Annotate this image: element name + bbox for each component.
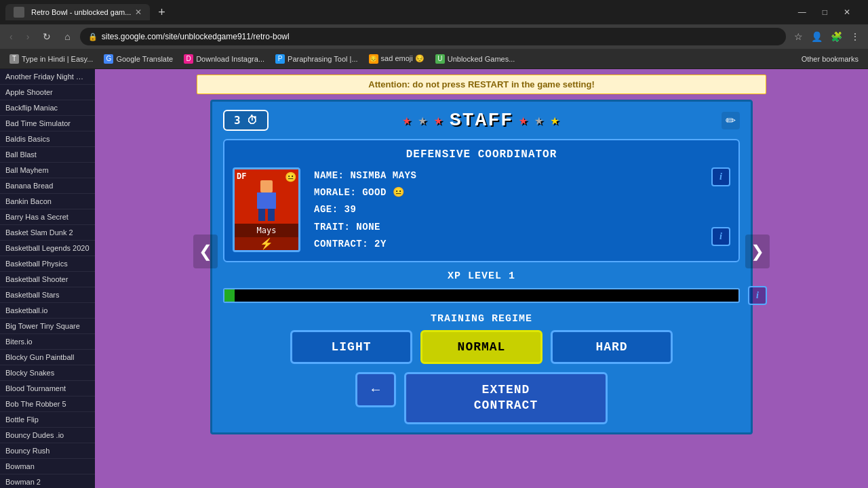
sidebar-item-basketball-legends[interactable]: Basketball Legends 2020 [0,241,95,256]
sidebar: Another Friday Night mod Apple Shooter B… [0,69,95,488]
extensions-icon[interactable]: 🧩 [828,30,845,43]
sidebar-item-bottle-flip[interactable]: Bottle Flip [0,412,95,428]
player-coin: ⚡ [235,237,298,250]
active-tab[interactable]: Retro Bowl - unblocked gam... ✕ [5,4,150,20]
xp-info-button[interactable]: i [748,286,767,305]
xp-bar-container: i [223,286,740,305]
sidebar-item-blocky-snakes[interactable]: Blocky Snakes [0,365,95,381]
position-badge: DF [237,171,246,181]
card-area: ❮ DEFENSIVE COORDINATOR DF 😐 [223,139,740,364]
tab-close-button[interactable]: ✕ [135,7,142,17]
nav-icon-group: ☆ 👤 🧩 ⋮ [791,30,863,43]
portrait-inner: DF 😐 [235,169,298,224]
sidebar-item-blood-tournament[interactable]: Blood Tournament [0,381,95,396]
name-value: NSIMBA MAYS [350,170,416,181]
sidebar-item-ball-blast[interactable]: Ball Blast [0,147,95,163]
bookmark-paraphrasing[interactable]: P Paraphrasing Tool |... [271,53,362,65]
training-normal-button[interactable]: NORMAL [420,330,542,364]
morale-label: MORALE: [314,187,356,198]
reload-button[interactable]: ↻ [39,30,55,43]
bookmark-label-other: Other bookmarks [802,55,859,63]
attention-text: Attention: do not press RESTART in the g… [368,79,594,89]
detail-name: NAME: NSIMBA MAYS [314,167,698,184]
nav-right-arrow[interactable]: ❯ [745,235,770,268]
trait-label: TRAIT: [314,222,350,232]
sidebar-item-basketball-physics[interactable]: Basketball Physics [0,256,95,272]
attention-bar: Attention: do not press RESTART in the g… [197,75,766,94]
sidebar-item-bob-robber[interactable]: Bob The Robber 5 [0,396,95,412]
info-button-bottom[interactable]: i [711,227,730,246]
sidebar-item-bowman-2[interactable]: Bowman 2 [0,474,95,488]
sidebar-item-ball-mayhem[interactable]: Ball Mayhem [0,163,95,178]
bookmark-label-sad-emoji: sad emoji 😔 [381,54,425,63]
back-button[interactable]: ‹ [5,30,17,43]
nav-left-arrow[interactable]: ❮ [193,235,218,268]
forward-button[interactable]: › [22,30,34,43]
detail-morale: MORALE: GOOD 😐 [314,184,698,201]
game-container: 3 ⏱ ★ ★ ★ STAFF ★ ★ ★ ✏ ❮ [210,100,753,434]
profile-icon[interactable]: 👤 [808,30,825,43]
sidebar-item-biters[interactable]: Biters.io [0,334,95,350]
sidebar-item-another-friday[interactable]: Another Friday Night mod [0,69,95,85]
home-button[interactable]: ⌂ [60,30,74,43]
bookmark-label-download-instagram: Download Instagra... [196,55,264,63]
xp-section: XP LEVEL 1 i [223,270,740,305]
star-red-3: ★ [519,111,529,129]
sidebar-item-basketball-shooter[interactable]: Basketball Shooter [0,272,95,287]
browser-chrome: Retro Bowl - unblocked gam... ✕ + — □ ✕ … [0,0,868,69]
info-button-top[interactable]: i [711,167,730,186]
sidebar-item-basketball-io[interactable]: Basketball.io [0,303,95,319]
bookmark-label-paraphrasing: Paraphrasing Tool |... [288,55,358,63]
bookmarks-bar: T Type in Hindi | Easy... G Google Trans… [0,49,868,69]
security-icon: 🔒 [88,33,98,41]
bookmark-download-instagram[interactable]: D Download Instagra... [180,53,269,65]
address-bar[interactable]: 🔒 sites.google.com/site/unblockedgame911… [80,28,786,45]
staff-title-text: STAFF [450,110,513,131]
sidebar-item-bankin-bacon[interactable]: Bankin Bacon [0,194,95,209]
staff-header: 3 ⏱ ★ ★ ★ STAFF ★ ★ ★ ✏ [223,110,740,131]
new-tab-button[interactable]: + [153,5,171,20]
close-window-button[interactable]: ✕ [840,6,854,18]
detail-trait: TRAIT: NONE [314,219,698,236]
back-button-game[interactable]: ← [355,372,396,407]
menu-icon[interactable]: ⋮ [848,30,863,43]
sidebar-item-backflip-maniac[interactable]: Backflip Maniac [0,100,95,116]
bookmark-icon-type-hindi: T [9,54,19,64]
sidebar-item-blocky-gun[interactable]: Blocky Gun Paintball [0,350,95,365]
morale-icon: 😐 [393,187,405,198]
url-text: sites.google.com/site/unblockedgame911/r… [102,32,290,41]
sidebar-item-big-tower[interactable]: Big Tower Tiny Square [0,319,95,334]
bookmark-type-hindi[interactable]: T Type in Hindi | Easy... [5,53,97,65]
xp-bar-outer [223,288,740,303]
training-light-button[interactable]: LIGHT [290,330,412,364]
sidebar-item-bouncy-dudes[interactable]: Bouncy Dudes .io [0,428,95,443]
detail-age: AGE: 39 [314,201,698,218]
staff-title-row: ★ ★ ★ STAFF ★ ★ ★ [402,110,561,131]
sidebar-item-apple-shooter[interactable]: Apple Shooter [0,85,95,100]
training-section: TRAINING REGIME LIGHT NORMAL HARD [223,313,740,364]
bookmark-other[interactable]: Other bookmarks [797,54,863,64]
sidebar-item-bowman[interactable]: Bowman [0,459,95,474]
sidebar-item-banana-bread[interactable]: Banana Bread [0,178,95,194]
bookmark-icon-download-instagram: D [184,54,193,64]
back-arrow-icon: ← [369,382,382,397]
sidebar-item-basket-slam[interactable]: Basket Slam Dunk 2 [0,225,95,241]
player-leg-left [258,209,265,221]
extend-contract-button[interactable]: EXTENDCONTRACT [404,372,608,424]
maximize-button[interactable]: □ [818,6,831,18]
sidebar-item-basketball-stars[interactable]: Basketball Stars [0,287,95,303]
bookmark-label-google-translate: Google Translate [116,55,173,63]
sidebar-item-bouncy-rush[interactable]: Bouncy Rush [0,443,95,459]
sidebar-item-baldis[interactable]: Baldis Basics [0,131,95,147]
edit-button[interactable]: ✏ [722,112,740,129]
training-hard-button[interactable]: HARD [551,330,673,364]
sidebar-item-barry[interactable]: Barry Has a Secret [0,209,95,225]
bookmark-icon-unblocked-games: U [435,54,445,64]
bookmark-google-translate[interactable]: G Google Translate [100,53,177,65]
bookmark-sad-emoji[interactable]: 😔 sad emoji 😔 [365,53,429,65]
minimize-button[interactable]: — [794,6,810,18]
staff-card-body: DF 😐 [233,167,730,253]
sidebar-item-bad-time[interactable]: Bad Time Simulator [0,116,95,131]
bookmark-unblocked-games[interactable]: U Unblocked Games... [431,53,519,65]
bookmark-star-icon[interactable]: ☆ [791,30,806,43]
